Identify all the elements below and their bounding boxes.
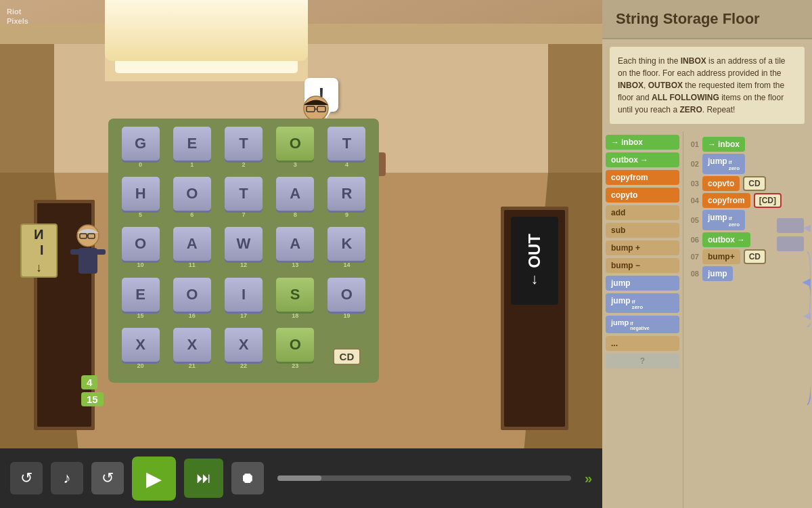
- cell-num-10: 10: [137, 261, 144, 268]
- right-panel: String Storage Floor Each thing in the I…: [602, 0, 812, 508]
- cmd-dots-label: ...: [611, 339, 618, 348]
- record-button[interactable]: ⏺: [231, 462, 264, 494]
- jump-zero-sup-02: ifzero: [729, 159, 740, 171]
- param-04-cd: [CD]: [754, 193, 782, 208]
- inbox-arrow: →: [611, 137, 619, 147]
- rewind-button[interactable]: ↺: [10, 462, 43, 494]
- cmd-dots[interactable]: ...: [606, 336, 679, 351]
- instr-05-jump-zero[interactable]: jumpifzero: [702, 210, 745, 230]
- instr-03-copyto[interactable]: copvto: [702, 176, 740, 191]
- cmd-add-label: add: [611, 208, 625, 217]
- tile-18: S: [276, 278, 314, 312]
- grid-cell-6: O 6: [168, 177, 216, 224]
- tile-21: X: [173, 328, 211, 362]
- in-sign-text: NI: [34, 227, 43, 258]
- tile-11: A: [173, 227, 211, 261]
- cell-num-4: 4: [345, 161, 348, 168]
- instr-08-jump[interactable]: jump: [702, 266, 733, 281]
- tile-10: O: [122, 227, 160, 261]
- out-sign: OUT ↓: [511, 217, 558, 305]
- cell-num-17: 17: [240, 312, 247, 319]
- cell-num-5: 5: [139, 211, 142, 218]
- cell-num-12: 12: [240, 261, 247, 268]
- cmd-bump-plus[interactable]: bump +: [606, 240, 679, 255]
- jump-label-08: jump: [708, 269, 727, 278]
- outbox-arrow-06: →: [737, 235, 745, 245]
- instr-06-outbox[interactable]: outbox→: [702, 232, 750, 247]
- line-num-07: 07: [687, 253, 699, 261]
- control-bar: ↺ ♪ ↺ ▶ ⏭ ⏺ »: [0, 448, 602, 508]
- floor-number-4: 4: [81, 375, 97, 389]
- music-button[interactable]: ♪: [51, 462, 83, 494]
- cmd-unknown[interactable]: ?: [606, 354, 679, 368]
- grid-cell-19: O 19: [323, 278, 371, 324]
- tile-15: E: [122, 278, 160, 312]
- grid-cell-0: G 0: [116, 127, 164, 173]
- cmd-jump-negative[interactable]: jumpifnegative: [606, 316, 679, 333]
- progress-bar[interactable]: [277, 475, 571, 481]
- instr-02-jump-zero[interactable]: jumpifzero: [702, 154, 745, 174]
- grid-cell-22: X 22: [219, 328, 267, 375]
- code-panel: 01 →inbox 02 jumpifzero 03 copvto: [683, 131, 812, 508]
- grid-cell-3: O 3: [271, 127, 319, 173]
- grid-cell-8: A 8: [271, 177, 319, 224]
- code-line-06: 06 outbox→: [687, 232, 809, 247]
- tile-16: O: [173, 278, 211, 312]
- grid-cell-23: O 23: [271, 328, 319, 375]
- cmd-sub[interactable]: sub: [606, 223, 679, 238]
- tile-6: O: [173, 177, 211, 211]
- bump-plus-label-07: bump+: [708, 252, 735, 261]
- grid-cell-13: A 13: [271, 227, 319, 274]
- step-forward-button[interactable]: ⏭: [184, 459, 223, 498]
- cell-num-14: 14: [343, 261, 350, 268]
- cmd-copyto[interactable]: copyto: [606, 188, 679, 203]
- line-num-06: 06: [687, 236, 699, 244]
- play-button[interactable]: ▶: [132, 457, 176, 501]
- tile-17: I: [225, 278, 263, 312]
- cmd-add[interactable]: add: [606, 205, 679, 220]
- code-line-08: 08 jump: [687, 266, 809, 281]
- copyto-label-03: copvto: [708, 179, 734, 188]
- cell-num-1: 1: [190, 161, 194, 168]
- tile-9: R: [328, 177, 365, 211]
- svg-marker-4: [548, 24, 602, 173]
- cmd-jump-zero[interactable]: jumpifzero: [606, 293, 679, 313]
- grid-cell-14: K 14: [323, 227, 371, 274]
- panel-description: Each thing in the INBOX is an address of…: [609, 46, 805, 125]
- grid-cell-5: H 5: [116, 177, 164, 224]
- line-num-08: 08: [687, 270, 699, 278]
- grid-cell-11: A 11: [168, 227, 216, 274]
- outbox-arrow: →: [640, 155, 648, 165]
- instr-07-bump-plus[interactable]: bump+: [702, 249, 740, 264]
- cell-num-11: 11: [189, 261, 196, 268]
- grid-container: G 0 E 1 T 2 O 3 T 4: [108, 119, 379, 383]
- in-sign: NI ↓: [20, 224, 58, 278]
- cmd-jump-neg-sup: ifnegative: [630, 321, 649, 331]
- instr-01-inbox[interactable]: →inbox: [702, 137, 745, 152]
- instr-04-copyfrom[interactable]: copyfrom: [702, 193, 750, 208]
- grid-cell-9: R 9: [323, 177, 371, 224]
- line-num-04: 04: [687, 196, 699, 205]
- cell-num-6: 6: [190, 211, 194, 218]
- cell-num-13: 13: [292, 261, 298, 268]
- tile-4: T: [328, 127, 365, 161]
- cmd-inbox[interactable]: →inbox: [606, 135, 679, 150]
- cmd-copyfrom-label: copyfrom: [611, 173, 648, 182]
- cmd-sub-label: sub: [611, 226, 625, 235]
- in-sign-arrow: ↓: [36, 261, 42, 275]
- main-container: Riot Pixels: [0, 0, 812, 508]
- cmd-jump[interactable]: jump: [606, 276, 679, 291]
- player-character: [68, 224, 108, 284]
- line-num-05: 05: [687, 216, 699, 224]
- floor-number-15: 15: [81, 392, 104, 406]
- cmd-copyfrom[interactable]: copyfrom: [606, 170, 679, 185]
- cell-num-19: 19: [343, 312, 350, 319]
- speed-button[interactable]: »: [585, 471, 592, 486]
- tile-5: H: [122, 177, 160, 211]
- cmd-inbox-label: inbox: [621, 137, 643, 147]
- cmd-bump-minus[interactable]: bump −: [606, 258, 679, 273]
- step-button[interactable]: ↺: [91, 462, 124, 494]
- cmd-outbox[interactable]: outbox→: [606, 152, 679, 167]
- cmd-jump-zero-sup: ifzero: [632, 299, 643, 310]
- tile-23: O: [276, 328, 314, 362]
